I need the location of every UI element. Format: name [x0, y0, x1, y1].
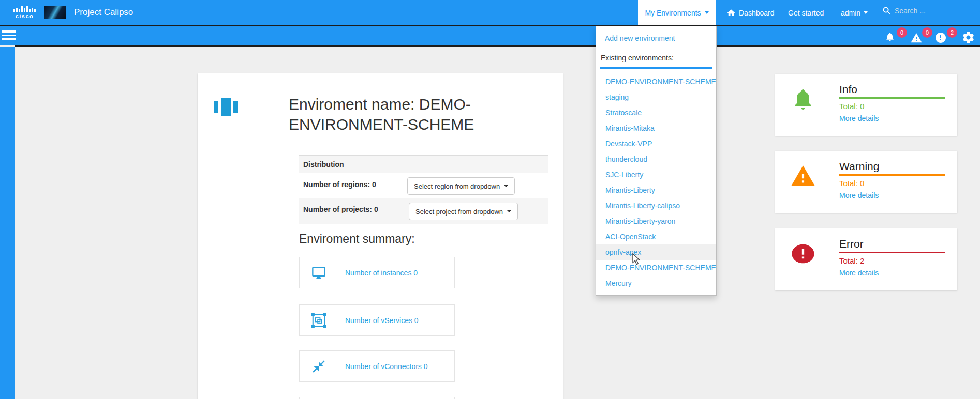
table-row: Number of projects: 0 Select project fro… — [299, 198, 548, 224]
clipped-summary-card[interactable] — [299, 397, 455, 399]
nav-dashboard-label: Dashboard — [739, 9, 775, 17]
info-title: Info — [839, 83, 857, 96]
error-underline — [839, 252, 945, 253]
search-icon — [882, 6, 891, 15]
app-title: Project Calipso — [74, 7, 133, 18]
environment-item[interactable]: thundercloud — [596, 151, 716, 167]
environment-item[interactable]: Stratoscale — [596, 105, 716, 120]
cisco-logo[interactable]: cisco — [13, 5, 36, 19]
nav-user-label: admin — [841, 9, 860, 17]
my-environments-label: My Environments — [645, 9, 701, 17]
add-new-environment-link[interactable]: Add new environment — [596, 30, 716, 46]
distribution-header: Distribution — [299, 155, 548, 173]
vconnectors-summary-card[interactable]: Number of vConnectors 0 — [299, 350, 455, 382]
environment-item[interactable]: Mirantis-Liberty-calipso — [596, 198, 716, 213]
chevron-down-icon — [504, 185, 508, 187]
chevron-down-icon — [507, 210, 511, 212]
monitor-icon — [310, 266, 327, 280]
status-card-warning: Warning Total: 0 More details — [775, 151, 957, 213]
environment-name-title: Enviroment name: DEMO-ENVIRONMENT-SCHEME — [289, 94, 532, 134]
mouse-cursor — [632, 253, 643, 266]
cisco-logo-label: cisco — [16, 13, 34, 19]
select-project-dropdown-button[interactable]: Select project from dropdown — [409, 203, 518, 220]
dropdown-divider — [596, 49, 716, 49]
instances-summary-card[interactable]: Number of instances 0 — [299, 257, 455, 288]
info-underline — [839, 97, 945, 99]
error-more-details-link[interactable]: More details — [839, 269, 879, 277]
project-thumbnail-image — [44, 6, 66, 19]
hamburger-menu-icon[interactable] — [2, 30, 16, 41]
info-more-details-link[interactable]: More details — [839, 114, 879, 122]
toolbar-divider — [15, 45, 980, 47]
chevron-down-icon — [705, 11, 709, 14]
search-box — [881, 4, 977, 19]
environment-panels-icon — [214, 98, 238, 116]
select-region-dropdown-button[interactable]: Select region from dropdown — [407, 177, 515, 195]
warnings-badge: 0 — [922, 27, 932, 38]
errors-circle-icon[interactable] — [934, 32, 947, 44]
warnings-triangle-icon[interactable] — [910, 32, 923, 44]
instances-count-link: Number of instances 0 — [345, 269, 418, 277]
environment-item[interactable]: Mercury — [596, 275, 716, 291]
environment-item[interactable]: Mirantis-Liberty-yaron — [596, 213, 716, 229]
top-navbar: cisco Project Calipso My Environments Da… — [0, 0, 980, 25]
vservices-summary-card[interactable]: Number of vServices 0 — [299, 304, 455, 336]
search-input[interactable] — [895, 5, 975, 17]
warning-title: Warning — [839, 160, 879, 173]
vconnectors-count-link: Number of vConnectors 0 — [345, 362, 428, 371]
warning-total: Total: 0 — [839, 179, 864, 188]
nav-get-started-label: Get started — [788, 9, 824, 17]
nav-get-started[interactable]: Get started — [788, 0, 824, 25]
home-icon — [726, 8, 736, 18]
error-circle-icon — [790, 242, 816, 265]
distribution-table: Distribution Number of regions: 0 Select… — [299, 155, 548, 224]
environments-dropdown-menu: Add new environment Existing environment… — [596, 26, 717, 296]
environment-item[interactable]: DEMO-ENVIRONMENT-SCHEME — [596, 74, 716, 89]
notifications-bell-icon[interactable] — [885, 31, 895, 42]
select-region-label: Select region from dropdown — [414, 182, 500, 190]
environment-summary-heading: Enviroment summary: — [299, 232, 415, 246]
table-row: Number of regions: 0 Select region from … — [299, 173, 548, 198]
chevron-down-icon — [864, 11, 868, 14]
notifications-badge: 0 — [897, 27, 907, 38]
vconnectors-arrows-icon — [311, 359, 326, 374]
nav-dashboard[interactable]: Dashboard — [726, 0, 775, 25]
environment-item[interactable]: ACI-OpenStack — [596, 229, 716, 244]
projects-count-label: Number of projects: 0 — [303, 205, 378, 213]
environment-card: Enviroment name: DEMO-ENVIRONMENT-SCHEME… — [198, 73, 563, 399]
error-title: Error — [839, 238, 864, 250]
cisco-logo-bars-icon — [13, 5, 36, 12]
toolbar: 0 0 2 — [0, 26, 980, 45]
my-environments-menu-trigger[interactable]: My Environments — [638, 0, 716, 25]
status-card-error: Error Total: 2 More details — [775, 228, 957, 290]
regions-count-label: Number of regions: 0 — [303, 180, 376, 189]
existing-environments-label: Existing environments: — [600, 52, 712, 69]
environment-item[interactable]: Mirantis-Mitaka — [596, 120, 716, 136]
status-card-info: Info Total: 0 More details — [775, 74, 957, 136]
warning-triangle-icon — [788, 163, 818, 189]
nav-user-menu[interactable]: admin — [841, 0, 868, 25]
error-total: Total: 2 — [839, 256, 864, 265]
environment-item[interactable]: Mirantis-Liberty — [596, 182, 716, 198]
environment-item[interactable]: SJC-Liberty — [596, 167, 716, 182]
navbar-divider — [0, 25, 980, 26]
bell-icon — [791, 86, 815, 113]
info-total: Total: 0 — [839, 102, 864, 111]
vservices-frame-icon — [311, 313, 326, 328]
warning-more-details-link[interactable]: More details — [839, 191, 879, 199]
environment-item[interactable]: DEMO-ENVIRONMENT-SCHEME — [596, 260, 716, 275]
errors-badge: 2 — [947, 27, 957, 38]
collapsed-sidebar[interactable] — [0, 47, 15, 399]
settings-gear-icon[interactable] — [961, 30, 975, 44]
environment-item[interactable]: staging — [596, 89, 716, 105]
warning-underline — [839, 174, 945, 176]
select-project-label: Select project from dropdown — [415, 208, 503, 216]
vservices-count-link: Number of vServices 0 — [345, 316, 419, 325]
environment-item-hovered[interactable]: opnfv-apex — [596, 244, 716, 260]
environment-item[interactable]: Devstack-VPP — [596, 136, 716, 151]
